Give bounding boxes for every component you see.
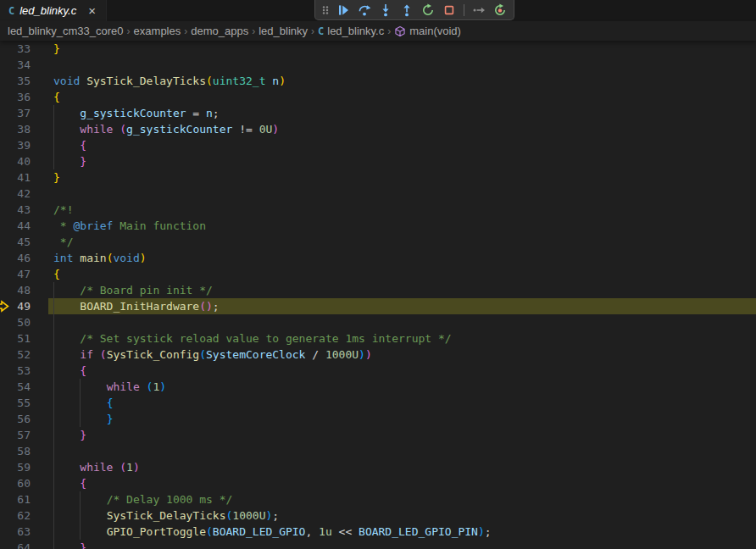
code-line[interactable]: 51 /* Set systick reload value to genera… — [0, 330, 756, 347]
glyph-margin[interactable] — [0, 282, 14, 298]
code-content[interactable]: } — [48, 41, 756, 57]
breadcrumb-item-demo-apps[interactable]: demo_apps — [191, 25, 248, 37]
debug-stop-button[interactable] — [441, 2, 458, 19]
line-number[interactable]: 50 — [14, 314, 48, 330]
line-number[interactable]: 46 — [14, 250, 48, 266]
code-line[interactable]: 55 { — [0, 395, 756, 411]
glyph-margin[interactable] — [0, 459, 14, 475]
code-content[interactable]: GPIO_PortToggle(BOARD_LED_GPIO, 1u << BO… — [48, 524, 756, 540]
breadcrumb-item-examples[interactable]: examples — [134, 25, 181, 37]
line-number[interactable]: 51 — [14, 330, 48, 347]
glyph-margin[interactable] — [0, 137, 14, 153]
debug-step-out-button[interactable] — [398, 2, 415, 19]
breadcrumb-item-main-void-[interactable]: main(void) — [394, 25, 461, 37]
line-number[interactable]: 39 — [14, 137, 48, 153]
line-number[interactable]: 64 — [14, 540, 48, 549]
glyph-margin[interactable] — [0, 250, 14, 266]
code-content[interactable]: BOARD_InitHardware(); — [48, 298, 756, 314]
debug-step-into-button[interactable] — [377, 2, 394, 19]
line-number[interactable]: 60 — [14, 475, 48, 491]
code-content[interactable]: while (1) — [48, 459, 756, 475]
code-line[interactable]: 63 GPIO_PortToggle(BOARD_LED_GPIO, 1u <<… — [0, 524, 756, 540]
code-line[interactable]: 56 } — [0, 411, 756, 427]
glyph-margin[interactable] — [0, 427, 14, 443]
line-number[interactable]: 34 — [14, 57, 48, 73]
gripper-icon[interactable] — [320, 2, 331, 19]
code-content[interactable]: { — [48, 395, 756, 411]
glyph-margin[interactable] — [0, 186, 14, 202]
code-line[interactable]: 34 — [0, 57, 756, 73]
line-number[interactable]: 35 — [14, 73, 48, 89]
code-content[interactable]: } — [48, 153, 756, 169]
breadcrumb-item-led-blinky[interactable]: led_blinky — [258, 25, 308, 37]
code-line[interactable]: 47{ — [0, 266, 756, 282]
line-number[interactable]: 42 — [14, 186, 48, 202]
glyph-margin[interactable] — [0, 491, 14, 507]
code-content[interactable]: { — [48, 137, 756, 153]
tab-led-blinky[interactable]: C led_blinky.c × — [0, 0, 107, 21]
debug-continue-button[interactable] — [335, 2, 352, 19]
code-content[interactable]: } — [48, 540, 756, 549]
line-number[interactable]: 45 — [14, 234, 48, 250]
code-content[interactable]: * @brief Main function — [48, 218, 756, 234]
code-content[interactable]: { — [48, 89, 756, 105]
code-line[interactable]: 52 if (SysTick_Config(SystemCoreClock / … — [0, 347, 756, 363]
code-line[interactable]: 43/*! — [0, 202, 756, 218]
code-content[interactable]: g_systickCounter = n; — [48, 105, 756, 121]
line-number[interactable]: 63 — [14, 524, 48, 540]
code-line[interactable]: 39 { — [0, 137, 756, 153]
code-content[interactable]: /* Set systick reload value to generate … — [48, 330, 756, 347]
debug-glyph-margin[interactable] — [0, 298, 14, 314]
code-line[interactable]: 50 — [0, 314, 756, 330]
line-number[interactable]: 56 — [14, 411, 48, 427]
code-line[interactable]: 46int main(void) — [0, 250, 756, 266]
code-content[interactable]: void SysTick_DelayTicks(uint32_t n) — [48, 73, 756, 89]
glyph-margin[interactable] — [0, 524, 14, 540]
glyph-margin[interactable] — [0, 314, 14, 330]
code-line[interactable]: 49 BOARD_InitHardware(); — [0, 298, 756, 314]
code-content[interactable]: if (SysTick_Config(SystemCoreClock / 100… — [48, 347, 756, 363]
code-line[interactable]: 33} — [0, 41, 756, 57]
code-content[interactable]: /*! — [48, 202, 756, 218]
code-line[interactable]: 62 SysTick_DelayTicks(1000U); — [0, 507, 756, 524]
glyph-margin[interactable] — [0, 363, 14, 379]
code-line[interactable]: 35void SysTick_DelayTicks(uint32_t n) — [0, 73, 756, 89]
code-line[interactable]: 36{ — [0, 89, 756, 105]
line-number[interactable]: 62 — [14, 507, 48, 524]
glyph-margin[interactable] — [0, 395, 14, 411]
debug-step-instruction-button[interactable] — [470, 2, 487, 19]
line-number[interactable]: 61 — [14, 491, 48, 507]
code-content[interactable]: { — [48, 266, 756, 282]
line-number[interactable]: 53 — [14, 363, 48, 379]
close-icon[interactable]: × — [86, 5, 97, 17]
code-line[interactable]: 60 { — [0, 475, 756, 491]
glyph-margin[interactable] — [0, 540, 14, 549]
glyph-margin[interactable] — [0, 507, 14, 524]
code-content[interactable] — [48, 443, 756, 459]
code-line[interactable]: 37 g_systickCounter = n; — [0, 105, 756, 121]
line-number[interactable]: 47 — [14, 266, 48, 282]
line-number[interactable]: 40 — [14, 153, 48, 169]
line-number[interactable]: 37 — [14, 105, 48, 121]
glyph-margin[interactable] — [0, 475, 14, 491]
glyph-margin[interactable] — [0, 234, 14, 250]
glyph-margin[interactable] — [0, 218, 14, 234]
glyph-margin[interactable] — [0, 347, 14, 363]
glyph-margin[interactable] — [0, 89, 14, 105]
glyph-margin[interactable] — [0, 121, 14, 137]
breadcrumb-item-led-blinky-cm33-core0[interactable]: led_blinky_cm33_core0 — [8, 25, 124, 37]
line-number[interactable]: 43 — [14, 202, 48, 218]
code-line[interactable]: 40 } — [0, 153, 756, 169]
glyph-margin[interactable] — [0, 379, 14, 395]
glyph-margin[interactable] — [0, 443, 14, 459]
code-line[interactable]: 61 /* Delay 1000 ms */ — [0, 491, 756, 507]
glyph-margin[interactable] — [0, 411, 14, 427]
code-line[interactable]: 64 } — [0, 540, 756, 549]
line-number[interactable]: 38 — [14, 121, 48, 137]
glyph-margin[interactable] — [0, 73, 14, 89]
code-content[interactable]: { — [48, 363, 756, 379]
line-number[interactable]: 33 — [14, 41, 48, 57]
glyph-margin[interactable] — [0, 105, 14, 121]
code-content[interactable] — [48, 57, 756, 73]
line-number[interactable]: 48 — [14, 282, 48, 298]
